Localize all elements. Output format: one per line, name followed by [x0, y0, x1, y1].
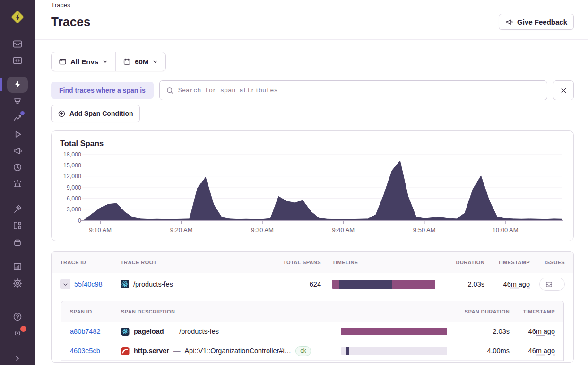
search-input[interactable] [178, 87, 541, 94]
svg-text:9:20 AM: 9:20 AM [170, 226, 193, 234]
environment-filter[interactable]: All Envs [52, 52, 115, 71]
col-total-spans: TOTAL SPANS [283, 260, 321, 265]
span-attribute-searchbox[interactable] [159, 80, 547, 100]
chart-title: Total Spans [60, 139, 565, 148]
siren-icon [12, 179, 23, 189]
sidebar-item-dashboards[interactable] [7, 217, 28, 234]
sidebar-item-archive[interactable] [7, 234, 28, 250]
sidebar-collapse-button[interactable] [7, 350, 28, 365]
traces-table: TRACE ID TRACE ROOT TOTAL SPANS TIMELINE… [51, 251, 574, 363]
clock-icon [12, 162, 23, 173]
sidebar-item-stats[interactable] [7, 259, 28, 275]
inbox-icon [545, 281, 553, 288]
give-feedback-button[interactable]: Give Feedback [499, 14, 574, 30]
svg-text:18,000: 18,000 [63, 151, 81, 158]
dashboard-blocks-icon [12, 220, 23, 231]
sidebar-item-releases[interactable] [7, 201, 28, 217]
chevron-right-icon [12, 353, 23, 364]
page-title: Traces [51, 15, 91, 29]
total-spans-chart-panel: Total Spans 03,0006,0009,00012,00015,000… [51, 130, 574, 241]
svg-text:10:00 AM: 10:00 AM [493, 226, 519, 234]
svg-text:15,000: 15,000 [63, 162, 81, 169]
search-icon [166, 87, 174, 95]
megaphone-icon [12, 146, 23, 156]
time-range-filter[interactable]: 60M [116, 52, 165, 71]
filter-bar: All Envs 60M [51, 52, 166, 71]
calendar-icon [123, 58, 131, 66]
app-logo[interactable] [9, 9, 26, 25]
app-root: Traces Traces Give Feedback [0, 0, 588, 365]
svg-text:9:30 AM: 9:30 AM [251, 226, 274, 234]
span-timestamp[interactable]: 46m ago [528, 328, 555, 335]
spans-subtable: SPAN ID SPAN DESCRIPTION SPAN DURATION T… [61, 301, 564, 361]
projector-icon [12, 96, 23, 106]
svg-text:3,000: 3,000 [67, 206, 81, 213]
span-description: Api::V1::OrganizationController#i… [184, 347, 291, 355]
trace-id-link[interactable]: 55f40c98 [74, 280, 103, 288]
gear-icon [12, 278, 23, 288]
span-id-link[interactable]: a80b7482 [70, 328, 101, 335]
span-description: /products-fes [179, 328, 219, 335]
stats-bars-icon [12, 261, 23, 272]
span-id-link[interactable]: 4603e5cb [70, 347, 100, 355]
plus-circle-icon [58, 110, 66, 118]
span-timestamp[interactable]: 46m ago [528, 347, 555, 355]
sidebar-item-issues[interactable] [7, 36, 28, 52]
separator: — [168, 328, 175, 335]
code-folder-icon [12, 55, 23, 66]
svg-text:9:50 AM: 9:50 AM [413, 226, 436, 234]
traces-table-header: TRACE ID TRACE ROOT TOTAL SPANS TIMELINE… [52, 252, 573, 273]
add-span-condition-label: Add Span Condition [69, 110, 133, 117]
total-spans-area-chart[interactable]: 03,0006,0009,00012,00015,00018,0009:10 A… [60, 149, 564, 235]
collapse-trace-button[interactable] [60, 279, 70, 289]
span-duration: 4.00ms [487, 347, 510, 355]
sidebar-item-funnel[interactable] [7, 93, 28, 109]
trace-timestamp[interactable]: 46m ago [503, 280, 530, 288]
trace-duration: 2.03s [468, 280, 484, 288]
time-range-label: 60M [135, 58, 148, 66]
clear-search-button[interactable] [553, 80, 574, 100]
span-op: pageload [134, 328, 164, 335]
trace-row: 55f40c98 /products-fes 624 [52, 273, 573, 295]
issues-count: – [555, 280, 559, 288]
page-header: Traces Traces Give Feedback [35, 0, 588, 40]
content-area: All Envs 60M [35, 40, 588, 363]
sidebar-item-feedback[interactable] [7, 143, 28, 159]
sidebar-item-insights[interactable] [7, 110, 28, 126]
sidebar-item-explore[interactable] [7, 77, 28, 93]
trace-issues-button[interactable]: – [539, 278, 565, 291]
span-duration-bar [341, 328, 447, 335]
col-span-id: SPAN ID [70, 309, 121, 314]
status-badge: ok [295, 346, 311, 356]
sidebar-item-help[interactable] [7, 309, 28, 325]
sidebar-item-settings[interactable] [7, 275, 28, 291]
give-feedback-label: Give Feedback [517, 18, 567, 26]
react-project-icon [121, 280, 129, 288]
sidebar-item-replays[interactable] [7, 126, 28, 142]
col-span-description: SPAN DESCRIPTION [121, 309, 341, 314]
spans-table-header: SPAN ID SPAN DESCRIPTION SPAN DURATION T… [61, 301, 563, 322]
svg-text:12,000: 12,000 [63, 173, 81, 180]
add-span-condition-button[interactable]: Add Span Condition [51, 105, 140, 122]
svg-text:9:40 AM: 9:40 AM [332, 226, 355, 234]
gavel-icon [12, 204, 23, 214]
sidebar-item-whats-new[interactable] [7, 325, 28, 341]
sidebar-nav [7, 36, 28, 365]
sidebar-item-history[interactable] [7, 159, 28, 175]
sidebar-item-alerts[interactable] [7, 176, 28, 192]
span-row: 4603e5cb http.server — Api::V1::Organiza… [61, 341, 563, 361]
col-trace-root: TRACE ROOT [121, 260, 279, 265]
total-spans-value: 624 [310, 280, 321, 288]
sidebar-item-projects[interactable] [7, 52, 28, 69]
rails-project-icon [121, 347, 130, 355]
find-traces-where-label: Find traces where a span is [51, 82, 154, 99]
svg-text:9:10 AM: 9:10 AM [89, 226, 112, 234]
megaphone-icon [505, 18, 513, 26]
sentry-logo-icon [9, 9, 26, 25]
separator: — [173, 347, 181, 355]
help-question-icon [12, 312, 23, 322]
trace-timeline-bar [332, 280, 435, 289]
chevron-down-icon [62, 281, 69, 287]
breadcrumb[interactable]: Traces [51, 1, 574, 9]
col-issues: ISSUES [545, 260, 565, 265]
